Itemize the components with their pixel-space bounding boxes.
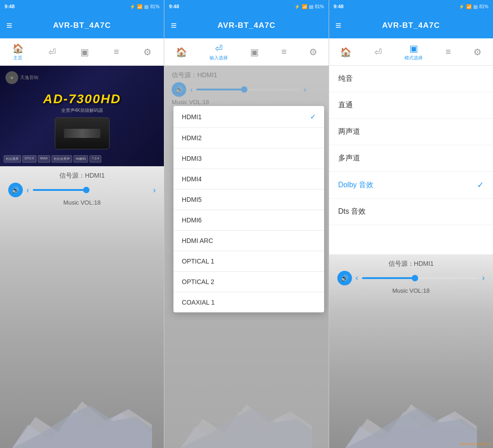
volume-fill-1 — [33, 189, 85, 191]
time-3: 9:48 — [334, 4, 344, 9]
mode-label-pure: 纯音 — [338, 74, 353, 84]
top-bar-1: ≡ AVR-BT_4A7C — [0, 13, 164, 38]
mode-label-dolby: Dolby 音效 — [338, 180, 373, 190]
menu-icon-3[interactable]: ≡ — [336, 20, 341, 32]
volume-slider-3[interactable] — [362, 277, 478, 279]
bottom-section-1: 信号源：HDMI1 🔊 ‹ › Music VOL:18 — [0, 166, 164, 448]
vol-right-3[interactable]: › — [482, 273, 485, 283]
signal-source-1: 信号源：HDMI1 — [59, 172, 105, 180]
battery-2: 81% — [315, 4, 324, 9]
eq-icon-2: ≡ — [281, 47, 287, 57]
app-title-1: AVR-BT_4A7C — [53, 21, 111, 30]
dropdown-label-optical1: OPTICAL 1 — [182, 258, 214, 265]
nav-mode-3[interactable]: ▣ 模式选择 — [401, 41, 426, 63]
bt-icon: ⚡ — [130, 4, 135, 9]
badge-imax: IMAX — [38, 155, 50, 163]
badge-dts: DTS:X — [22, 155, 37, 163]
volume-slider-1[interactable] — [33, 189, 149, 191]
gear-icon-1: ⚙ — [143, 47, 152, 58]
nav-settings-3[interactable]: ⚙ — [470, 45, 485, 59]
badge-dolby: 杜比视界 — [4, 155, 21, 163]
wifi-icon: 📶 — [137, 4, 142, 9]
panel-mode-select: 9:48 ⚡ 📶 ▤ 81% ≡ AVR-BT_4A7C 🏠 ⏎ ▣ 模式选择 … — [329, 0, 493, 448]
display-icon-2: ▣ — [250, 47, 259, 58]
mode-item-pure[interactable]: 纯音 — [329, 66, 493, 92]
nav-input-1[interactable]: ⏎ — [45, 45, 60, 59]
time-1: 9:48 — [5, 4, 15, 9]
nav-eq-1[interactable]: ≡ — [110, 45, 123, 59]
nav-input-label-2: 输入选择 — [210, 55, 228, 61]
nav-home-3[interactable]: 🏠 — [336, 45, 355, 59]
dropdown-menu: HDMI1 ✓ HDMI2 HDMI3 HDMI4 HDMI5 HDMI6 HD… — [173, 106, 324, 312]
panel-input-select: 9:48 ⚡ 📶 ▤ 81% ≡ AVR-BT_4A7C 🏠 ⏎ 输入选择 ▣ … — [164, 0, 328, 448]
mode-item-dolby[interactable]: Dolby 音效 ✓ — [329, 172, 493, 199]
mode-item-stereo[interactable]: 两声道 — [329, 119, 493, 145]
display-icon-1: ▣ — [80, 47, 89, 58]
vol-left-3[interactable]: ‹ — [356, 273, 358, 283]
time-2: 9:48 — [169, 4, 179, 9]
volume-fill-3 — [362, 277, 414, 279]
nav-home-1[interactable]: 🏠 主页 — [9, 41, 27, 63]
mode-item-multi[interactable]: 多声道 — [329, 145, 493, 172]
dropdown-item-hdmi5[interactable]: HDMI5 — [173, 190, 324, 210]
volume-button-1[interactable]: 🔊 — [8, 183, 23, 197]
nav-home-2[interactable]: 🏠 — [172, 45, 191, 59]
model-subtitle: 全景声4K前级解码器 — [61, 107, 103, 114]
mode-item-dts[interactable]: Dts 音效 — [329, 199, 493, 225]
wifi-icon-3: 📶 — [466, 4, 472, 9]
mountain-bg-3 — [329, 375, 493, 448]
wifi-icon-2: 📶 — [302, 4, 307, 9]
battery-3: 81% — [479, 4, 488, 9]
badge-dolbyatmos: 杜比全景声 — [52, 155, 72, 163]
dropdown-item-optical1[interactable]: OPTICAL 1 — [173, 251, 324, 272]
volume-control-1: 🔊 ‹ › — [8, 183, 156, 197]
nav-eq-3[interactable]: ≡ — [442, 45, 455, 59]
dropdown-item-hdmi4[interactable]: HDMI4 — [173, 169, 324, 190]
dropdown-item-hdmi6[interactable]: HDMI6 — [173, 210, 324, 231]
nav-input-3[interactable]: ⏎ — [371, 45, 386, 59]
vol-right-arrow-1[interactable]: › — [153, 185, 156, 195]
mode-item-direct[interactable]: 直通 — [329, 92, 493, 119]
nav-settings-2[interactable]: ⚙ — [305, 45, 321, 59]
badge-dtsx: 4K解码 — [73, 155, 89, 163]
signal-source-3: 信号源：HDMI1 — [388, 260, 434, 268]
nav-input-2[interactable]: ⏎ 输入选择 — [206, 41, 231, 63]
status-icons-1: ⚡ 📶 ▤ 81% — [130, 4, 159, 9]
top-bar-2: ≡ AVR-BT_4A7C — [164, 13, 328, 38]
status-bar-3: 9:48 ⚡ 📶 ▤ 81% — [329, 0, 493, 13]
nav-settings-1[interactable]: ⚙ — [140, 45, 155, 59]
home-icon-1: 🏠 — [12, 43, 24, 54]
mode-label-direct: 直通 — [338, 100, 353, 110]
dropdown-item-hdmi2[interactable]: HDMI2 — [173, 128, 324, 148]
dropdown-item-coaxial1[interactable]: COAXIAL 1 — [173, 292, 324, 312]
dropdown-item-hdmi3[interactable]: HDMI3 — [173, 148, 324, 169]
nav-bar-1: 🏠 主页 ⏎ ▣ ≡ ⚙ — [0, 38, 164, 66]
nav-eq-2[interactable]: ≡ — [278, 45, 290, 59]
nav-display-2[interactable]: ▣ — [246, 45, 262, 59]
app-title-2: AVR-BT_4A7C — [218, 21, 276, 30]
dropdown-item-hdmiarc[interactable]: HDMI ARC — [173, 231, 324, 251]
volume-thumb-3 — [412, 275, 418, 281]
brand-logo: V — [5, 71, 18, 84]
watermark: www.htav.com.cn — [460, 442, 491, 446]
app-title-3: AVR-BT_4A7C — [382, 21, 440, 30]
device-image — [55, 117, 110, 149]
nav-display-1[interactable]: ▣ — [77, 45, 93, 59]
model-name: AD-7300HD — [43, 92, 121, 106]
volume-thumb-1 — [83, 187, 89, 193]
badge-724: 7.2.4 — [89, 155, 101, 163]
top-bar-3: ≡ AVR-BT_4A7C — [329, 13, 493, 38]
status-bar-1: 9:48 ⚡ 📶 ▤ 81% — [0, 0, 164, 13]
vol-left-arrow-1[interactable]: ‹ — [26, 185, 29, 195]
volume-button-3[interactable]: 🔊 — [337, 271, 352, 285]
mountain-bg-1 — [0, 370, 164, 448]
bottom-section-3: 信号源：HDMI1 🔊 ‹ › Music VOL:18 — [329, 254, 493, 448]
volume-label-3: Music VOL:18 — [392, 287, 430, 294]
dropdown-item-optical2[interactable]: OPTICAL 2 — [173, 272, 324, 292]
dropdown-item-hdmi1[interactable]: HDMI1 ✓ — [173, 106, 324, 128]
menu-icon-2[interactable]: ≡ — [171, 20, 177, 32]
menu-icon-1[interactable]: ≡ — [6, 20, 12, 32]
signal-icon-2: ▤ — [309, 4, 313, 9]
dropdown-label-hdmi5: HDMI5 — [182, 196, 202, 203]
input-icon-2: ⏎ — [215, 43, 223, 54]
